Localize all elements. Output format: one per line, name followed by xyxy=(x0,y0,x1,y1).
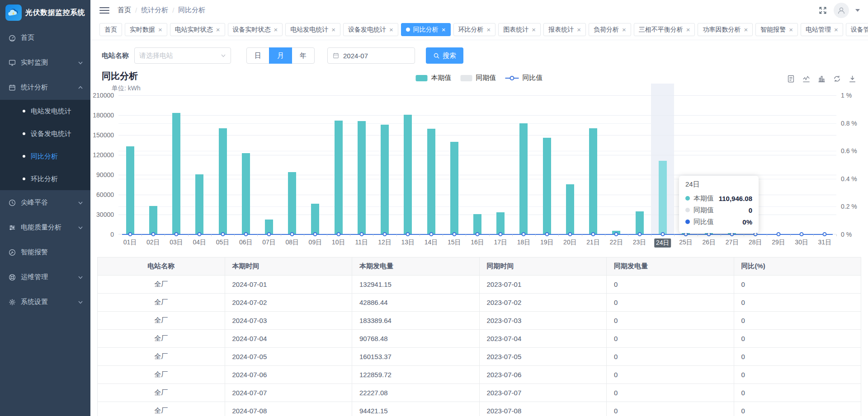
bar-01日[interactable] xyxy=(126,146,134,234)
tab-设备管理[interactable]: 设备管理× xyxy=(846,23,868,36)
bar-04日[interactable] xyxy=(195,174,203,234)
bar-19日[interactable] xyxy=(543,138,551,234)
bar-13日[interactable] xyxy=(404,115,412,234)
bar-12日[interactable] xyxy=(381,125,389,234)
sidebar-item-运维管理[interactable]: 运维管理 xyxy=(0,265,90,290)
x-axis-tick-19日: 19日 xyxy=(540,238,554,247)
user-avatar[interactable] xyxy=(834,3,849,18)
sidebar-item-实时监测[interactable]: 实时监测 xyxy=(0,50,90,75)
bar-24日[interactable] xyxy=(659,161,667,234)
bar-05日[interactable] xyxy=(219,128,227,234)
tab-同比分析[interactable]: 同比分析× xyxy=(401,23,451,36)
y-axis-right-tick: 1 % xyxy=(841,92,852,99)
bar-11日[interactable] xyxy=(358,121,366,234)
tab-首页[interactable]: 首页 xyxy=(99,23,122,36)
tab-close-icon[interactable]: × xyxy=(622,26,626,33)
legend-item-同比值[interactable]: 同比值 xyxy=(505,74,543,82)
yoy-line-marker xyxy=(175,232,179,236)
period-option-日[interactable]: 日 xyxy=(246,47,269,64)
hamburger-icon[interactable] xyxy=(99,7,109,14)
table-row[interactable]: 全厂2024-07-0490768.482023-07-0400 xyxy=(98,330,861,348)
bar-02日[interactable] xyxy=(149,206,157,234)
fullscreen-icon[interactable] xyxy=(818,6,827,15)
sidebar-item-尖峰平谷[interactable]: 尖峰平谷 xyxy=(0,190,90,215)
bar-03日[interactable] xyxy=(172,113,180,234)
tab-close-icon[interactable]: × xyxy=(389,26,393,33)
table-row[interactable]: 全厂2024-07-0242886.442023-07-0200 xyxy=(98,294,861,312)
tab-设备发电统计[interactable]: 设备发电统计× xyxy=(343,23,398,36)
bar-10日[interactable] xyxy=(335,121,343,234)
tab-close-icon[interactable]: × xyxy=(487,26,491,33)
sidebar-item-系统设置[interactable]: 系统设置 xyxy=(0,290,90,314)
period-option-年[interactable]: 年 xyxy=(292,47,315,64)
refresh-icon[interactable] xyxy=(833,75,841,83)
tab-电站管理[interactable]: 电站管理× xyxy=(801,23,843,36)
tab-close-icon[interactable]: × xyxy=(577,26,581,33)
date-picker[interactable]: 2024-07 xyxy=(327,47,415,64)
legend-item-同期值[interactable]: 同期值 xyxy=(461,74,496,82)
search-button[interactable]: 搜索 xyxy=(426,47,463,64)
table-row[interactable]: 全厂2024-07-05160153.372023-07-0500 xyxy=(98,348,861,366)
bar-08日[interactable] xyxy=(288,172,296,234)
bar-chart-icon[interactable] xyxy=(817,75,826,83)
sidebar-subitem-电站发电统计[interactable]: 电站发电统计 xyxy=(0,100,90,122)
bar-18日[interactable] xyxy=(519,123,528,234)
breadcrumb-home[interactable]: 首页 xyxy=(118,6,131,14)
tab-三相不平衡分析[interactable]: 三相不平衡分析× xyxy=(634,23,695,36)
tab-close-icon[interactable]: × xyxy=(744,26,748,33)
bar-14日[interactable] xyxy=(427,129,435,234)
tab-close-icon[interactable]: × xyxy=(216,26,220,33)
tab-智能报警[interactable]: 智能报警× xyxy=(755,23,798,36)
bar-15日[interactable] xyxy=(450,142,458,234)
tab-图表统计[interactable]: 图表统计× xyxy=(498,23,541,36)
tab-close-icon[interactable]: × xyxy=(331,26,335,33)
sidebar-item-智能报警[interactable]: 智能报警 xyxy=(0,240,90,265)
tab-实时数据[interactable]: 实时数据× xyxy=(125,23,167,36)
tab-负荷分析[interactable]: 负荷分析× xyxy=(589,23,631,36)
tab-报表统计[interactable]: 报表统计× xyxy=(543,23,586,36)
sidebar-item-统计分析[interactable]: 统计分析 xyxy=(0,75,90,100)
yoy-line-marker xyxy=(637,232,642,236)
tab-close-icon[interactable]: × xyxy=(442,26,446,33)
bar-20日[interactable] xyxy=(566,184,574,234)
tab-环比分析[interactable]: 环比分析× xyxy=(453,23,496,36)
legend-item-本期值[interactable]: 本期值 xyxy=(416,74,452,82)
tab-close-icon[interactable]: × xyxy=(834,26,838,33)
bar-06日[interactable] xyxy=(242,153,250,234)
bar-17日[interactable] xyxy=(496,212,505,234)
tab-close-icon[interactable]: × xyxy=(274,26,278,33)
station-select[interactable]: 请选择电站 xyxy=(134,47,231,64)
tab-close-icon[interactable]: × xyxy=(686,26,690,33)
bar-23日[interactable] xyxy=(636,211,644,234)
breadcrumb-section[interactable]: 统计分析 xyxy=(141,6,168,14)
x-axis-tick-27日: 27日 xyxy=(726,238,739,247)
data-view-icon[interactable] xyxy=(787,75,795,83)
tab-close-icon[interactable]: × xyxy=(158,26,162,33)
tab-电站发电统计[interactable]: 电站发电统计× xyxy=(285,23,340,36)
bar-16日[interactable] xyxy=(473,214,481,234)
table-row[interactable]: 全厂2024-07-03183389.642023-07-0300 xyxy=(98,312,861,330)
sidebar-subitem-设备发电统计[interactable]: 设备发电统计 xyxy=(0,122,90,145)
download-icon[interactable] xyxy=(848,75,857,83)
tab-功率因数分析[interactable]: 功率因数分析× xyxy=(698,23,753,36)
table-cell: 132941.15 xyxy=(352,276,480,294)
sidebar-item-电能质量分析[interactable]: 电能质量分析 xyxy=(0,215,90,240)
caret-down-icon[interactable] xyxy=(855,9,860,12)
x-axis-tick-03日: 03日 xyxy=(170,238,183,247)
sidebar-item-首页[interactable]: 首页 xyxy=(0,25,90,50)
tab-电站实时状态[interactable]: 电站实时状态× xyxy=(170,23,225,36)
sidebar-subitem-同比分析[interactable]: 同比分析 xyxy=(0,145,90,168)
table-row[interactable]: 全厂2024-07-0894421.152023-07-0800 xyxy=(98,402,861,416)
chart-plot[interactable]: 24日 本期值 110,946.08 同期值 0 同比值 0% xyxy=(118,95,836,234)
tab-close-icon[interactable]: × xyxy=(532,26,536,33)
tab-close-icon[interactable]: × xyxy=(789,26,793,33)
period-option-月[interactable]: 月 xyxy=(269,47,292,64)
line-chart-icon[interactable] xyxy=(802,75,811,83)
bar-09日[interactable] xyxy=(311,204,319,234)
bar-21日[interactable] xyxy=(589,128,597,234)
table-row[interactable]: 全厂2024-07-06122859.722023-07-0600 xyxy=(98,366,861,384)
table-row[interactable]: 全厂2024-07-01132941.152023-07-0100 xyxy=(98,276,861,294)
table-row[interactable]: 全厂2024-07-0722227.082023-07-0700 xyxy=(98,384,861,402)
sidebar-subitem-环比分析[interactable]: 环比分析 xyxy=(0,168,90,190)
tab-设备实时状态[interactable]: 设备实时状态× xyxy=(228,23,283,36)
